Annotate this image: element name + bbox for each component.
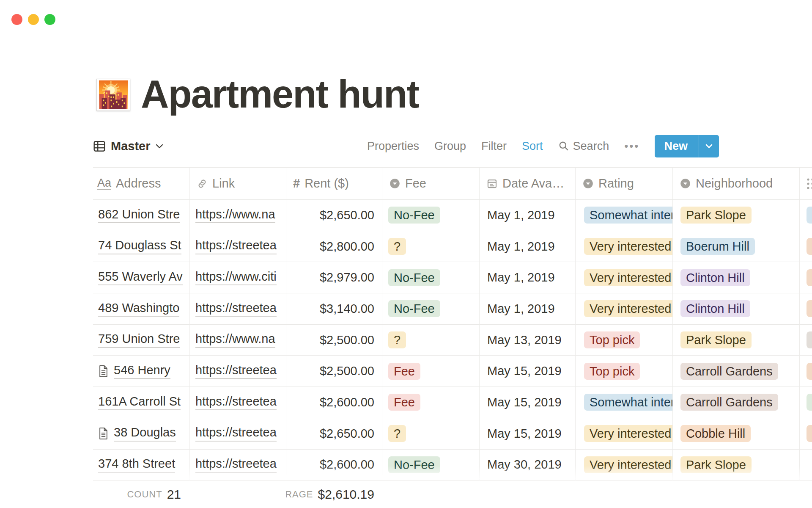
rating-cell[interactable]: Very interested xyxy=(575,262,672,293)
rating-cell[interactable]: Top pick xyxy=(575,356,672,387)
clipped-cell[interactable] xyxy=(799,293,812,325)
column-header-fee[interactable]: Fee xyxy=(382,167,479,200)
address-cell[interactable]: 862 Union Stre xyxy=(93,200,189,231)
rent-cell[interactable]: $2,500.00 xyxy=(286,325,382,356)
neighborhood-cell[interactable]: Carroll Gardens xyxy=(672,356,799,387)
rent-cell[interactable]: $2,500.00 xyxy=(286,356,382,387)
date-available-cell[interactable]: May 1, 2019 xyxy=(479,293,575,325)
rent-cell[interactable]: $2,650.00 xyxy=(286,200,382,231)
clipped-cell[interactable] xyxy=(799,450,812,481)
url-text[interactable]: https://streetea xyxy=(195,395,277,410)
column-header-address[interactable]: AaAddress xyxy=(93,167,189,200)
close-window-button[interactable] xyxy=(11,14,22,25)
search-button[interactable]: Search xyxy=(558,140,609,153)
address-cell[interactable]: 38 Douglas xyxy=(93,418,189,450)
clipped-cell[interactable] xyxy=(799,325,812,356)
new-record-button[interactable]: New xyxy=(655,135,719,157)
url-text[interactable]: https://www.na xyxy=(195,332,275,348)
average-calc[interactable]: RAGE$2,610.19 xyxy=(286,480,382,508)
new-button-dropdown[interactable] xyxy=(699,135,719,157)
address-text[interactable]: 862 Union Stre xyxy=(98,207,180,223)
fee-cell[interactable]: No-Fee xyxy=(382,450,479,481)
address-cell[interactable]: 161A Carroll St xyxy=(93,387,189,418)
rent-cell[interactable]: $2,800.00 xyxy=(286,231,382,262)
neighborhood-cell[interactable]: Park Slope xyxy=(672,325,799,356)
group-button[interactable]: Group xyxy=(434,140,466,153)
count-calc[interactable]: COUNT21 xyxy=(93,480,189,508)
link-cell[interactable]: https://www.na xyxy=(189,200,286,231)
fee-cell[interactable]: ? xyxy=(382,418,479,450)
link-cell[interactable]: https://streetea xyxy=(189,293,286,325)
clipped-cell[interactable] xyxy=(799,387,812,418)
column-header-neighborhood[interactable]: Neighborhood xyxy=(672,167,799,200)
neighborhood-cell[interactable]: Carroll Gardens xyxy=(672,387,799,418)
link-cell[interactable]: https://streetea xyxy=(189,450,286,481)
rent-cell[interactable]: $3,140.00 xyxy=(286,293,382,325)
link-cell[interactable]: https://www.citi xyxy=(189,262,286,293)
neighborhood-cell[interactable]: Clinton Hill xyxy=(672,262,799,293)
clipped-cell[interactable] xyxy=(799,200,812,231)
date-available-cell[interactable]: May 30, 2019 xyxy=(479,450,575,481)
address-text[interactable]: 555 Waverly Av xyxy=(98,270,183,285)
neighborhood-cell[interactable]: Clinton Hill xyxy=(672,293,799,325)
address-text[interactable]: 546 Henry xyxy=(114,363,170,379)
view-switcher-master[interactable]: Master xyxy=(93,139,163,153)
filter-button[interactable]: Filter xyxy=(481,140,507,153)
rent-cell[interactable]: $2,600.00 xyxy=(286,387,382,418)
link-cell[interactable]: https://streetea xyxy=(189,418,286,450)
fee-cell[interactable]: Fee xyxy=(382,356,479,387)
fee-cell[interactable]: ? xyxy=(382,325,479,356)
url-text[interactable]: https://streetea xyxy=(195,425,277,441)
page-title[interactable]: Apartment hunt xyxy=(141,75,419,113)
page-icon-city-sunset-emoji[interactable] xyxy=(96,79,130,111)
url-text[interactable]: https://streetea xyxy=(195,238,277,254)
link-cell[interactable]: https://streetea xyxy=(189,231,286,262)
neighborhood-cell[interactable]: Cobble Hill xyxy=(672,418,799,450)
fee-cell[interactable]: Fee xyxy=(382,387,479,418)
clipped-cell[interactable] xyxy=(799,418,812,450)
date-available-cell[interactable]: May 13, 2019 xyxy=(479,325,575,356)
address-text[interactable]: 74 Douglass St xyxy=(98,238,181,254)
address-text[interactable]: 38 Douglas xyxy=(114,425,176,441)
link-cell[interactable]: https://www.na xyxy=(189,325,286,356)
fee-cell[interactable]: No-Fee xyxy=(382,262,479,293)
clipped-cell[interactable] xyxy=(799,262,812,293)
rent-cell[interactable]: $2,600.00 xyxy=(286,450,382,481)
neighborhood-cell[interactable]: Park Slope xyxy=(672,450,799,481)
neighborhood-cell[interactable]: Boerum Hill xyxy=(672,231,799,262)
date-available-cell[interactable]: May 1, 2019 xyxy=(479,231,575,262)
minimize-window-button[interactable] xyxy=(28,14,39,25)
column-header-date-ava[interactable]: Date Ava… xyxy=(479,167,575,200)
link-cell[interactable]: https://streetea xyxy=(189,356,286,387)
new-button-label[interactable]: New xyxy=(655,135,699,157)
address-text[interactable]: 759 Union Stre xyxy=(98,332,180,348)
url-text[interactable]: https://streetea xyxy=(195,301,277,317)
fee-cell[interactable]: No-Fee xyxy=(382,293,479,325)
address-text[interactable]: 161A Carroll St xyxy=(98,395,181,410)
rating-cell[interactable]: Top pick xyxy=(575,325,672,356)
properties-button[interactable]: Properties xyxy=(367,140,419,153)
rating-cell[interactable]: Somewhat interested xyxy=(575,387,672,418)
date-available-cell[interactable]: May 15, 2019 xyxy=(479,356,575,387)
fee-cell[interactable]: No-Fee xyxy=(382,200,479,231)
column-header-rating[interactable]: Rating xyxy=(575,167,672,200)
rating-cell[interactable]: Very interested xyxy=(575,450,672,481)
date-available-cell[interactable]: May 1, 2019 xyxy=(479,200,575,231)
rating-cell[interactable]: Somewhat interested xyxy=(575,200,672,231)
rating-cell[interactable]: Very interested xyxy=(575,231,672,262)
address-text[interactable]: 489 Washingto xyxy=(98,301,179,317)
rating-cell[interactable]: Very interested xyxy=(575,293,672,325)
rent-cell[interactable]: $2,650.00 xyxy=(286,418,382,450)
address-cell[interactable]: 546 Henry xyxy=(93,356,189,387)
address-cell[interactable]: 374 8th Street xyxy=(93,450,189,481)
more-options-button[interactable]: ••• xyxy=(624,140,639,153)
rating-cell[interactable]: Very interested xyxy=(575,418,672,450)
fee-cell[interactable]: ? xyxy=(382,231,479,262)
url-text[interactable]: https://streetea xyxy=(195,457,277,472)
url-text[interactable]: https://www.citi xyxy=(195,270,277,285)
date-available-cell[interactable]: May 15, 2019 xyxy=(479,418,575,450)
url-text[interactable]: https://streetea xyxy=(195,363,277,379)
address-text[interactable]: 374 8th Street xyxy=(98,457,175,472)
sort-button[interactable]: Sort xyxy=(522,140,543,153)
date-available-cell[interactable]: May 15, 2019 xyxy=(479,387,575,418)
